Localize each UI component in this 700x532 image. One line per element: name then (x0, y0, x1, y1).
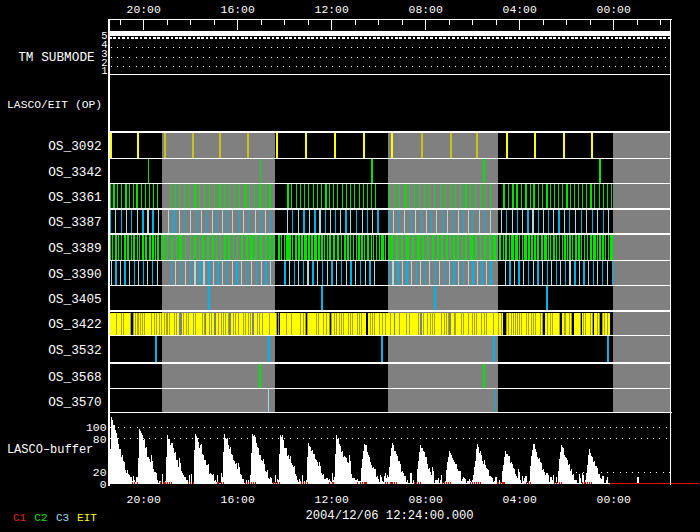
svg-text:OS_3342: OS_3342 (48, 165, 102, 180)
svg-text:OS_3422: OS_3422 (48, 317, 102, 332)
svg-text:OS_3389: OS_3389 (48, 241, 102, 256)
svg-text:12:00: 12:00 (315, 4, 349, 16)
svg-text:80: 80 (93, 434, 107, 446)
svg-text:OS_3568: OS_3568 (48, 370, 102, 385)
svg-text:C3: C3 (56, 512, 69, 524)
svg-text:04:00: 04:00 (503, 4, 537, 16)
svg-text:TM SUBMODE: TM SUBMODE (18, 50, 95, 65)
svg-text:08:00: 08:00 (409, 494, 443, 506)
svg-text:00:00: 00:00 (597, 4, 631, 16)
svg-text:04:00: 04:00 (503, 494, 537, 506)
svg-text:2004/12/06 12:24:00.000: 2004/12/06 12:24:00.000 (305, 509, 473, 523)
svg-text:100: 100 (86, 422, 107, 434)
svg-text:OS_3570: OS_3570 (48, 395, 102, 410)
svg-text:C2: C2 (34, 512, 47, 524)
svg-text:20: 20 (93, 467, 107, 479)
svg-text:20:00: 20:00 (127, 494, 161, 506)
svg-text:12:00: 12:00 (315, 494, 349, 506)
svg-text:EIT: EIT (77, 512, 97, 524)
svg-text:C1: C1 (13, 512, 27, 524)
svg-text:00:00: 00:00 (597, 494, 631, 506)
svg-text:LASCO–buffer: LASCO–buffer (7, 443, 93, 457)
svg-text:08:00: 08:00 (409, 4, 443, 16)
svg-text:LASCO/EIT (OP): LASCO/EIT (OP) (7, 99, 102, 111)
svg-text:OS_3092: OS_3092 (48, 139, 102, 154)
svg-text:16:00: 16:00 (221, 494, 255, 506)
svg-text:16:00: 16:00 (221, 4, 255, 16)
svg-text:20:00: 20:00 (127, 4, 161, 16)
svg-text:OS_3532: OS_3532 (48, 343, 102, 358)
svg-text:1: 1 (101, 65, 107, 77)
svg-text:0: 0 (100, 479, 107, 491)
svg-text:OS_3390: OS_3390 (48, 267, 102, 282)
svg-text:OS_3361: OS_3361 (48, 190, 102, 205)
svg-text:OS_3387: OS_3387 (48, 215, 102, 230)
svg-text:OS_3405: OS_3405 (48, 292, 102, 307)
